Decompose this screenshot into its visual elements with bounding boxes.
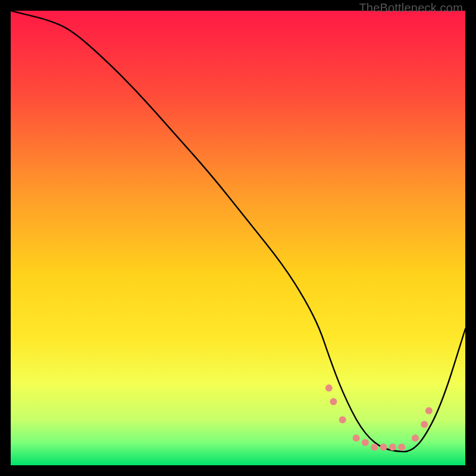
marker-dot [380, 443, 387, 450]
chart-frame [11, 11, 465, 465]
marker-dot [362, 439, 369, 446]
marker-dot [353, 434, 360, 441]
marker-dot [330, 398, 337, 405]
marker-dot [421, 421, 428, 428]
marker-dot [389, 443, 396, 450]
bottleneck-chart [11, 11, 465, 465]
marker-dot [339, 416, 346, 424]
marker-dot [425, 407, 433, 414]
marker-dot [398, 443, 405, 450]
watermark-text: TheBottleneck.com [359, 1, 463, 15]
marker-dot [325, 384, 333, 392]
marker-dot [371, 443, 378, 450]
chart-background [11, 11, 465, 465]
marker-dot [412, 434, 419, 441]
